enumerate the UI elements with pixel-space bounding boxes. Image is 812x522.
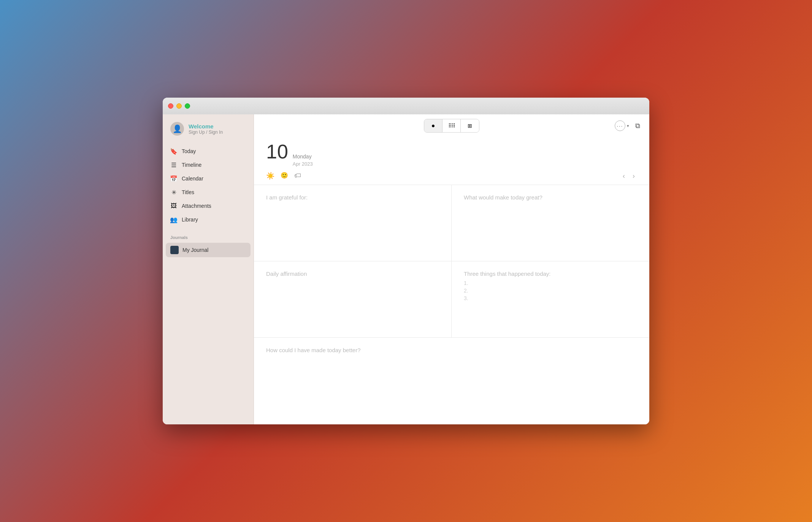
sidebar-item-library[interactable]: 👥 Library [166,213,251,226]
journal-item-label: My Journal [182,247,208,253]
mood-icon[interactable]: 🙂 [281,172,288,180]
view-switcher: ● ⠿⠿ ⊞ [424,119,479,133]
people-icon: 👥 [170,216,177,223]
journal-content: I am grateful for: What would make today… [254,185,649,424]
list-item-2: 2. [464,288,637,294]
list-item-3: 3. [464,295,637,301]
layers-icon: ⊞ [468,123,472,129]
app-window: 👤 Welcome Sign Up / Sign In 🔖 Today ☰ Ti… [163,98,649,424]
more-icon: ··· [615,120,625,131]
journal-item-my-journal[interactable]: My Journal [166,243,251,257]
window-icon: ⧉ [635,122,640,130]
window-button[interactable]: ⧉ [635,120,640,131]
sidebar-item-titles-label: Titles [182,189,194,195]
entry-toolbar: ☀️ 🙂 🏷 ‹ › [254,168,649,185]
main-header: ● ⠿⠿ ⊞ ··· ▾ ⧉ [254,114,649,137]
next-entry-button[interactable]: › [630,171,637,181]
sidebar-item-timeline[interactable]: ☰ Timeline [166,158,251,171]
image-icon: 🖼 [170,202,177,209]
journal-grid-top: I am grateful for: What would make today… [254,185,649,261]
nav-items: 🔖 Today ☰ Timeline 📅 Calendar ✳ Titles 🖼 [163,145,254,226]
traffic-lights [168,103,190,109]
date-month-year: Apr 2023 [293,161,313,168]
journal-cell-grateful[interactable]: I am grateful for: [254,185,452,261]
date-day: 10 [266,142,288,161]
date-header: 10 Monday Apr 2023 [254,137,649,168]
user-profile[interactable]: 👤 Welcome Sign Up / Sign In [163,122,254,145]
chevron-down-icon: ▾ [627,123,629,128]
sparkle-icon: ✳ [170,189,177,196]
view-btn-columns[interactable]: ⠿⠿ [442,119,461,132]
entry-nav: ‹ › [620,171,637,181]
titlebar [163,98,649,114]
date-info: Monday Apr 2023 [293,153,313,168]
journal-cell-happened[interactable]: Three things that happened today: 1. 2. … [452,261,649,337]
columns-icon: ⠿⠿ [448,123,455,129]
date-weekday: Monday [293,153,313,161]
sidebar-item-attachments-label: Attachments [182,203,211,209]
journal-thumb [170,246,179,254]
journal-grid-middle: Daily affirmation Three things that happ… [254,261,649,338]
happened-prompt: Three things that happened today: [464,270,637,277]
view-btn-dot[interactable]: ● [424,119,442,132]
fullscreen-button[interactable] [185,103,190,109]
sidebar-item-attachments[interactable]: 🖼 Attachments [166,199,251,212]
journals-section: Journals My Journal [163,235,254,257]
entry-tools-left: ☀️ 🙂 🏷 [266,172,301,180]
sidebar-item-today[interactable]: 🔖 Today [166,145,251,158]
main-content: ● ⠿⠿ ⊞ ··· ▾ ⧉ [254,114,649,424]
sidebar-item-titles[interactable]: ✳ Titles [166,186,251,199]
user-sub: Sign Up / Sign In [189,130,223,135]
sidebar-item-library-label: Library [182,217,198,223]
journal-cell-better[interactable]: How could I have made today better? [254,338,649,406]
user-name: Welcome [189,123,223,130]
journal-cell-great-today[interactable]: What would make today great? [452,185,649,261]
app-body: 👤 Welcome Sign Up / Sign In 🔖 Today ☰ Ti… [163,114,649,424]
sidebar: 👤 Welcome Sign Up / Sign In 🔖 Today ☰ Ti… [163,114,254,424]
better-prompt: How could I have made today better? [266,347,637,353]
journals-section-label: Journals [166,235,251,243]
view-btn-layers[interactable]: ⊞ [461,119,479,132]
list-item-1: 1. [464,280,637,286]
grateful-prompt: I am grateful for: [266,194,439,201]
user-info: Welcome Sign Up / Sign In [189,123,223,135]
prev-entry-button[interactable]: ‹ [620,171,627,181]
bookmark-icon: 🔖 [170,148,177,155]
dot-icon: ● [431,122,435,129]
happened-list: 1. 2. 3. [464,280,637,301]
journal-cell-affirmation[interactable]: Daily affirmation [254,261,452,337]
tag-icon[interactable]: 🏷 [294,172,301,180]
affirmation-prompt: Daily affirmation [266,270,439,277]
sidebar-item-calendar[interactable]: 📅 Calendar [166,172,251,185]
avatar-icon: 👤 [173,124,182,133]
avatar: 👤 [170,122,184,136]
sidebar-item-today-label: Today [182,148,196,154]
sidebar-item-calendar-label: Calendar [182,176,203,182]
calendar-icon: 📅 [170,175,177,182]
close-button[interactable] [168,103,173,109]
more-options-button[interactable]: ··· ▾ [615,120,629,131]
great-today-prompt: What would make today great? [464,194,637,201]
menu-icon: ☰ [170,161,177,168]
weather-icon[interactable]: ☀️ [266,172,274,180]
sidebar-item-timeline-label: Timeline [182,162,201,168]
minimize-button[interactable] [176,103,182,109]
